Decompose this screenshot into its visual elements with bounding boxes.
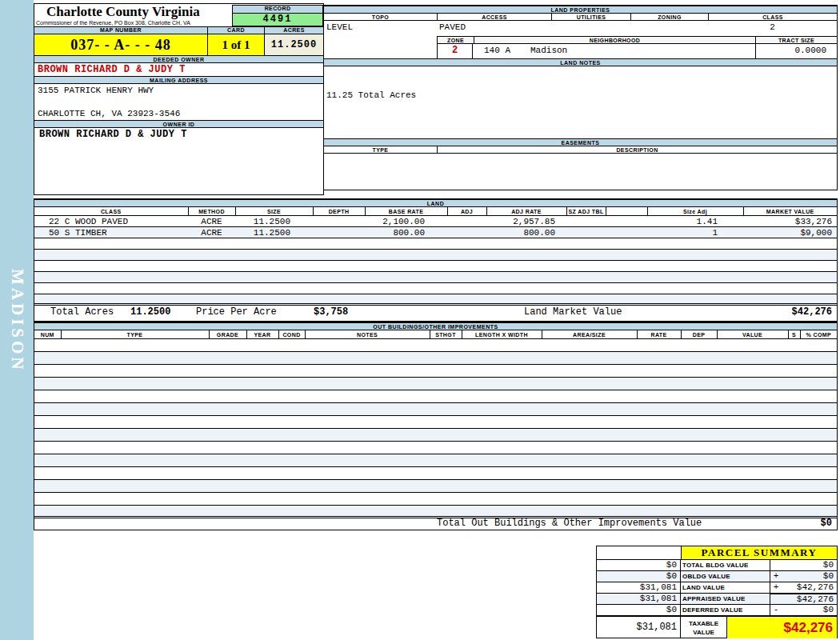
address-line-2: CHARLOTTE CH, VA 23923-3546 [38,109,180,118]
deeded-owner-header: DEEDED OWNER [34,55,323,63]
map-number-value: 037- - A- - - 48 [34,34,207,55]
land-empty-row [34,272,837,283]
summary-operator: - [770,605,782,615]
address-line-1: 3155 PATRICK HENRY HWY [38,86,154,95]
col-type: TYPE [61,330,209,339]
record-label: RECORD [232,5,323,14]
access-label: ACCESS [437,14,551,20]
land-properties-header: LAND PROPERTIES [324,6,837,14]
district-sidebar: MADISON [0,0,34,640]
land-adj-rate: 800.00 [486,227,566,238]
acres-label: ACRES [264,27,323,34]
summary-row-deferred: $0 DEFERRED VALUE - $0 [597,604,837,615]
commissioner-line: Commissioner of the Revenue, PO Box 308,… [36,20,190,26]
out-buildings-total-row: Total Out Buildings & Other Improvements… [34,516,837,530]
acres-value: 11.2500 [264,34,323,55]
summary-label: APPRAISED VALUE [681,594,770,604]
land-section: LAND CLASS METHOD SIZE DEPTH BASE RATE A… [34,198,838,322]
outb-empty-row [34,416,837,429]
col-method: METHOD [188,207,235,216]
col-year: YEAR [246,330,278,339]
parcel-summary: PARCEL SUMMARY $0 TOTAL BLDG VALUE $0 $0… [596,546,838,638]
land-row: 50 S TIMBER ACRE 11.2500 800.00 800.00 1… [34,227,837,238]
col-sz-adj-tbl: SZ ADJ TBL [566,207,606,216]
out-buildings-header-row: NUM TYPE GRADE YEAR COND NOTES STHGT LEN… [34,330,837,339]
access-value: PAVED [439,22,466,32]
land-depth [313,227,365,238]
land-table: CLASS METHOD SIZE DEPTH BASE RATE ADJ AD… [34,207,837,306]
land-market-value-label: Land Market Value [524,306,622,318]
neighborhood-code: 140 A [484,46,510,55]
parcel-summary-blank-cell [597,546,682,559]
land-class: 22 C WOOD PAVED [34,216,188,227]
summary-right-value: $0 [782,560,837,570]
utilities-label: UTILITIES [551,14,630,20]
summary-right-value: $0 [782,605,837,615]
neighborhood-name: Madison [530,46,567,55]
land-method: ACRE [188,216,235,227]
col-rate: RATE [637,330,681,339]
land-size-adj: 1.41 [647,216,743,227]
land-market-value: $33,276 [743,216,837,227]
land-adj-rate: 2,957.85 [486,216,566,227]
outb-empty-row [34,378,837,390]
easements-columns: TYPE DESCRIPTION [324,146,837,154]
out-buildings-table: NUM TYPE GRADE YEAR COND NOTES STHGT LEN… [34,330,837,518]
land-properties-panel: LAND PROPERTIES TOPO ACCESS UTILITIES ZO… [323,5,838,190]
summary-operator: + [770,571,782,582]
taxable-value: $42,276 [727,617,837,638]
summary-right-value: $42,276 [782,582,837,593]
record-box: RECORD 4491 [232,5,323,26]
outb-empty-row [34,390,837,403]
col-size: SIZE [235,207,313,216]
summary-row-taxable: $31,081 TAXABLE VALUE $42,276 [597,615,837,638]
col-depth: DEPTH [313,207,365,216]
card-value: 1 of 1 [207,34,264,55]
summary-right-value: $0 [782,571,837,582]
land-note-text: 11.25 Total Acres [326,90,416,100]
summary-label: LAND VALUE [681,582,770,593]
summary-row-total-bldg: $0 TOTAL BLDG VALUE $0 [597,559,837,570]
land-spacer [606,216,647,227]
neighborhood-label: NEIGHBORHOOD [474,37,755,43]
land-base-rate: 800.00 [365,227,447,238]
col-market-value: MARKET VALUE [743,207,837,216]
outb-empty-row [34,493,837,506]
col-num: NUM [34,330,61,339]
col-grade: GRADE [209,330,246,339]
land-market-value-total: $42,276 [792,306,832,318]
summary-left-value: $0 [597,571,681,582]
summary-left-value: $31,081 [597,582,681,593]
class-label: CLASS [708,14,837,20]
topo-value: LEVEL [326,22,353,32]
owner-id-value: BROWN RICHARD D & JUDY T [39,129,187,140]
col-adj-rate: ADJ RATE [486,207,566,216]
total-acres-label: Total Acres [50,306,114,318]
outb-empty-row [34,442,837,454]
zone-label: ZONE [438,37,474,43]
col-dep: DEP [681,330,717,339]
out-buildings-total-value: $0 [821,518,832,529]
summary-label: OBLDG VALUE [681,571,770,582]
parcel-summary-header-row: PARCEL SUMMARY [597,546,837,559]
outb-empty-row [34,339,837,352]
col-notes: NOTES [305,330,430,339]
summary-operator: + [770,582,782,593]
land-empty-row [34,238,837,250]
land-spacer [606,227,647,238]
col-class: CLASS [34,207,188,216]
summary-operator [770,560,782,570]
outb-empty-row [34,480,837,493]
tract-size-value: 0.0000 [755,44,838,58]
taxable-label: TAXABLE VALUE [681,617,727,638]
parcel-summary-title: PARCEL SUMMARY [682,546,837,559]
col-base-rate: BASE RATE [365,207,447,216]
outb-empty-row [34,403,837,416]
land-empty-row [34,261,837,272]
summary-operator [770,593,782,604]
zoning-label: ZONING [630,14,708,20]
zone-value: 2 [437,44,473,58]
land-adj [447,227,486,238]
col-spacer [606,207,647,216]
owner-id-header: OWNER ID [34,120,323,128]
